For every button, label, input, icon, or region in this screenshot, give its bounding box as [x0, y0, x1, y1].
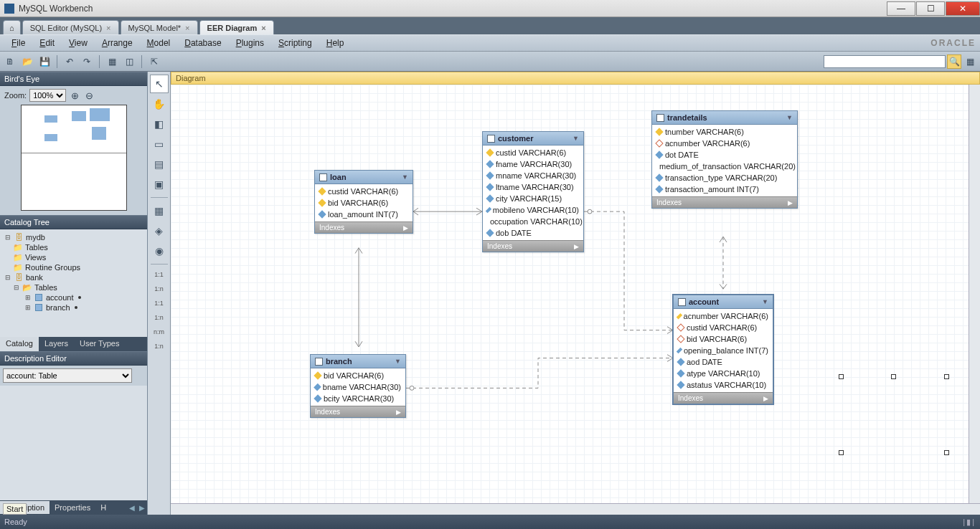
- entity-loan[interactable]: loan▼custid VARCHAR(6)bid VARCHAR(6)loan…: [314, 170, 413, 234]
- diagram-header: Diagram: [171, 72, 980, 85]
- status-text: Ready: [4, 518, 27, 526]
- catalog-tree[interactable]: ⊟🗄mydb 📁Tables 📁Views 📁Routine Groups ⊟🗄…: [0, 229, 147, 337]
- menubar: File Edit View Arrange Model Database Pl…: [0, 34, 980, 52]
- svg-point-1: [588, 209, 592, 214]
- redo-icon[interactable]: ↷: [80, 54, 94, 69]
- diagram-toolstrip: ↖ ✋ ◧ ▭ ▤ ▣ ▦ ◈ ◉ 1:1 1:n 1:1 1:n n:m 1:…: [148, 72, 171, 515]
- tab-layers[interactable]: Layers: [39, 337, 74, 351]
- column: fname VARCHAR(30): [483, 158, 583, 170]
- open-file-icon[interactable]: 📂: [20, 54, 34, 69]
- view-tool-icon[interactable]: ◈: [150, 221, 169, 240]
- tree-db-mydb[interactable]: mydb: [26, 233, 45, 242]
- tree-folder[interactable]: Routine Groups: [25, 263, 80, 272]
- tab-mysql-model[interactable]: MySQL Model*×: [121, 20, 198, 34]
- indexes-section[interactable]: Indexes▶: [483, 240, 583, 252]
- indexes-section[interactable]: Indexes▶: [315, 221, 413, 233]
- rel-1-1-icon[interactable]: 1:1: [150, 268, 169, 281]
- column: bname VARCHAR(30): [311, 381, 405, 393]
- search-options-icon[interactable]: ▦: [963, 54, 977, 69]
- description-editor-header: Description Editor: [0, 351, 147, 366]
- pointer-tool-icon[interactable]: ↖: [150, 75, 169, 93]
- rel-1-1-id-icon[interactable]: 1:1: [150, 297, 169, 310]
- tree-db-bank[interactable]: bank: [26, 273, 43, 282]
- scroll-left-icon[interactable]: ◀: [127, 504, 137, 512]
- tab-sql-editor[interactable]: SQL Editor (MySQL)×: [22, 20, 119, 34]
- close-icon[interactable]: ×: [106, 24, 110, 32]
- entity-branch[interactable]: branch▼bid VARCHAR(6)bname VARCHAR(30)bc…: [310, 354, 406, 418]
- entity-trandetails[interactable]: trandetails▼tnumber VARCHAR(6)acnumber V…: [651, 110, 798, 209]
- tab-user-types[interactable]: User Types: [74, 337, 125, 351]
- entity-header[interactable]: trandetails▼: [652, 111, 797, 125]
- rel-1-n-nonid-icon[interactable]: 1:n: [150, 340, 169, 353]
- birds-eye-canvas[interactable]: [21, 105, 127, 211]
- minimize-button[interactable]: —: [887, 1, 915, 16]
- menu-view[interactable]: View: [62, 36, 95, 50]
- tree-folder[interactable]: Views: [25, 253, 46, 262]
- close-icon[interactable]: ×: [185, 24, 189, 32]
- menu-arrange[interactable]: Arrange: [95, 36, 140, 50]
- oracle-brand: ORACLE: [930, 38, 976, 48]
- export-icon[interactable]: ⇱: [147, 54, 161, 69]
- undo-icon[interactable]: ↶: [62, 54, 77, 69]
- entity-header[interactable]: account▼: [674, 295, 773, 309]
- tree-table-account[interactable]: account: [46, 293, 74, 302]
- zoom-select[interactable]: 100%: [29, 89, 66, 102]
- birds-eye-header: Bird's Eye: [0, 72, 147, 86]
- grid-icon[interactable]: ▦: [105, 54, 119, 69]
- entity-account[interactable]: account▼acnumber VARCHAR(6)custid VARCHA…: [673, 295, 773, 404]
- entity-header[interactable]: customer▼: [483, 132, 583, 146]
- entity-header[interactable]: loan▼: [315, 171, 413, 184]
- menu-file[interactable]: File: [4, 36, 32, 50]
- tab-catalog[interactable]: Catalog: [0, 337, 39, 351]
- diagram-canvas[interactable]: loan▼custid VARCHAR(6)bid VARCHAR(6)loan…: [171, 85, 969, 503]
- zoom-out-icon[interactable]: ⊖: [83, 90, 95, 101]
- left-panel: Bird's Eye Zoom: 100% ⊕ ⊖ Catalog Tree ⊟…: [0, 72, 148, 515]
- menu-edit[interactable]: Edit: [32, 36, 62, 50]
- entity-header[interactable]: branch▼: [311, 355, 405, 368]
- menu-help[interactable]: Help: [319, 36, 352, 50]
- horizontal-scrollbar[interactable]: [171, 503, 980, 515]
- close-button[interactable]: ✕: [946, 1, 980, 16]
- close-icon[interactable]: ×: [261, 24, 265, 32]
- table-tool-icon[interactable]: ▦: [150, 201, 169, 220]
- indexes-section[interactable]: Indexes▶: [311, 406, 405, 417]
- column: opening_balance INT(7): [674, 345, 773, 356]
- tree-folder-tables[interactable]: Tables: [34, 283, 57, 292]
- maximize-button[interactable]: ☐: [916, 1, 945, 16]
- description-object-select[interactable]: account: Table: [3, 368, 132, 383]
- home-tab[interactable]: ⌂: [3, 20, 21, 34]
- layer-tool-icon[interactable]: ▭: [150, 135, 169, 153]
- description-textarea[interactable]: [0, 386, 147, 500]
- menu-scripting[interactable]: Scripting: [271, 36, 319, 50]
- image-tool-icon[interactable]: ▣: [150, 175, 169, 194]
- menu-model[interactable]: Model: [140, 36, 178, 50]
- eraser-tool-icon[interactable]: ◧: [150, 115, 169, 133]
- menu-plugins[interactable]: Plugins: [229, 36, 271, 50]
- tab-history[interactable]: H: [95, 501, 111, 514]
- align-icon[interactable]: ◫: [122, 54, 136, 69]
- new-file-icon[interactable]: 🗎: [3, 54, 17, 69]
- tab-properties[interactable]: Properties: [50, 501, 95, 514]
- entity-customer[interactable]: customer▼custid VARCHAR(6)fname VARCHAR(…: [482, 131, 584, 252]
- vertical-scrollbar[interactable]: [969, 85, 980, 503]
- rel-1-n-id-icon[interactable]: 1:n: [150, 311, 169, 324]
- table-icon: [487, 135, 495, 143]
- column: bid VARCHAR(6): [311, 370, 405, 381]
- routine-tool-icon[interactable]: ◉: [150, 242, 169, 260]
- search-input[interactable]: [824, 55, 946, 68]
- indexes-section[interactable]: Indexes▶: [652, 196, 797, 208]
- tab-eer-diagram[interactable]: EER Diagram×: [199, 20, 274, 34]
- rel-1-n-icon[interactable]: 1:n: [150, 282, 169, 295]
- scroll-right-icon[interactable]: ▶: [137, 504, 147, 512]
- save-icon[interactable]: 💾: [37, 54, 52, 69]
- menu-database[interactable]: Database: [177, 36, 228, 50]
- hand-tool-icon[interactable]: ✋: [150, 95, 169, 113]
- rel-n-m-icon[interactable]: n:m: [150, 325, 169, 338]
- note-tool-icon[interactable]: ▤: [150, 155, 169, 173]
- search-icon[interactable]: 🔍: [947, 54, 961, 69]
- tree-table-branch[interactable]: branch: [46, 303, 70, 312]
- tree-folder[interactable]: Tables: [25, 243, 48, 252]
- zoom-in-icon[interactable]: ⊕: [69, 90, 80, 101]
- indexes-section[interactable]: Indexes▶: [674, 392, 773, 404]
- column: transaction_amount INT(7): [652, 184, 797, 195]
